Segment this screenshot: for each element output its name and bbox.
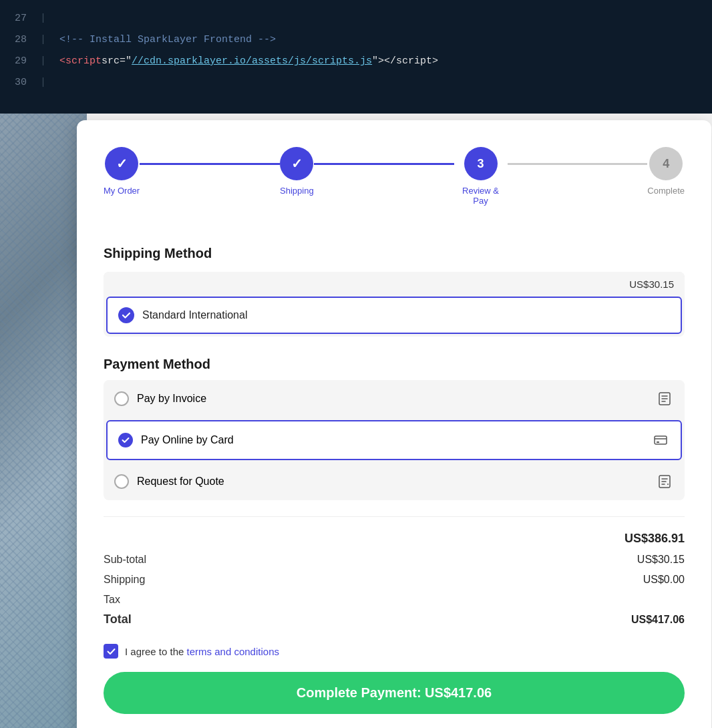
code-url: //cdn.sparklayer.io/assets/js/scripts.js bbox=[132, 53, 372, 69]
payment-label-quote: Request for Quote bbox=[137, 476, 224, 488]
card-icon bbox=[651, 431, 670, 449]
summary-value-subtotal: US$30.15 bbox=[637, 554, 685, 566]
code-line-30: 30 | bbox=[0, 72, 712, 94]
checkout-stepper: ✓ My Order ✓ Shipping 3 Review & Pay 4 C… bbox=[104, 140, 685, 219]
check-icon bbox=[122, 311, 131, 320]
terms-link[interactable]: terms and conditions bbox=[187, 646, 279, 657]
summary-row-total-amount: US$386.91 bbox=[104, 528, 685, 550]
step-review-pay: 3 Review & Pay bbox=[454, 147, 508, 206]
summary-label-subtotal: Sub-total bbox=[104, 554, 146, 566]
shipping-method-container: US$30.15 Standard International bbox=[104, 272, 685, 337]
radio-invoice bbox=[114, 391, 129, 406]
step-circle-complete: 4 bbox=[649, 147, 683, 180]
payment-option-quote[interactable]: Request for Quote bbox=[104, 463, 685, 500]
step-my-order: ✓ My Order bbox=[104, 147, 140, 196]
main-panel: ✓ My Order ✓ Shipping 3 Review & Pay 4 C… bbox=[77, 120, 711, 728]
line-divider: | bbox=[40, 32, 46, 48]
payment-options-container: Pay by Invoice Pay On bbox=[104, 380, 685, 500]
summary-value-total: US$417.06 bbox=[631, 614, 685, 626]
quote-icon bbox=[655, 472, 674, 491]
radio-card bbox=[118, 433, 133, 447]
shipping-method-section: Shipping Method US$30.15 Standard Intern… bbox=[104, 246, 685, 337]
line-number: 30 bbox=[0, 75, 40, 91]
code-line-28: 28 | <!-- Install SparkLayer Frontend --… bbox=[0, 29, 712, 51]
terms-checkbox[interactable] bbox=[104, 644, 118, 659]
step-shipping: ✓ Shipping bbox=[280, 147, 314, 196]
step-label-shipping: Shipping bbox=[280, 186, 314, 196]
radio-quote bbox=[114, 474, 129, 489]
summary-first-value: US$386.91 bbox=[625, 532, 685, 546]
step-label-my-order: My Order bbox=[104, 186, 140, 196]
payment-method-title: Payment Method bbox=[104, 357, 210, 372]
svg-rect-2 bbox=[657, 441, 659, 443]
payment-method-header: Payment Method bbox=[104, 357, 685, 372]
check-small-icon bbox=[122, 436, 130, 444]
step-label-review-pay: Review & Pay bbox=[454, 186, 508, 206]
summary-row-tax: Tax bbox=[104, 590, 685, 610]
step-circle-my-order: ✓ bbox=[105, 147, 138, 180]
payment-option-invoice[interactable]: Pay by Invoice bbox=[104, 380, 685, 417]
step-connector-3 bbox=[508, 163, 648, 165]
code-tag: <script bbox=[59, 53, 102, 69]
step-complete: 4 Complete bbox=[647, 147, 685, 196]
code-editor: 27 | 28 | <!-- Install SparkLayer Fronte… bbox=[0, 0, 712, 114]
step-connector-1 bbox=[140, 163, 280, 165]
code-line-27: 27 | bbox=[0, 8, 712, 29]
code-line-29: 29 | <script src=" //cdn.sparklayer.io/a… bbox=[0, 51, 712, 72]
summary-row-shipping: Shipping US$0.00 bbox=[104, 570, 685, 590]
line-number: 27 bbox=[0, 11, 40, 27]
terms-check-icon bbox=[107, 647, 116, 656]
line-divider: | bbox=[40, 75, 46, 91]
shipping-option-label: Standard International bbox=[142, 309, 247, 321]
payment-option-card[interactable]: Pay Online by Card bbox=[106, 420, 682, 460]
complete-payment-button[interactable]: Complete Payment: US$417.06 bbox=[104, 672, 685, 714]
summary-row-subtotal: Sub-total US$30.15 bbox=[104, 550, 685, 570]
svg-point-4 bbox=[667, 484, 669, 485]
line-divider: | bbox=[40, 11, 46, 27]
summary-row-total: Total US$417.06 bbox=[104, 610, 685, 630]
step-circle-review-pay: 3 bbox=[464, 147, 498, 180]
payment-label-card: Pay Online by Card bbox=[141, 434, 234, 446]
code-comment: <!-- Install SparkLayer Frontend --> bbox=[59, 32, 276, 48]
code-attr: "></script> bbox=[372, 53, 438, 69]
payment-label-invoice: Pay by Invoice bbox=[137, 393, 206, 405]
svg-rect-1 bbox=[655, 436, 667, 444]
payment-method-section: Payment Method Pay by Invoice bbox=[104, 357, 685, 500]
step-circle-shipping: ✓ bbox=[280, 147, 313, 180]
background-denim bbox=[0, 114, 87, 728]
terms-text: I agree to the terms and conditions bbox=[125, 646, 279, 657]
shipping-option-standard[interactable]: Standard International bbox=[106, 297, 682, 334]
step-connector-2 bbox=[314, 163, 454, 165]
shipping-radio-check bbox=[118, 307, 134, 323]
step-label-complete: Complete bbox=[647, 186, 685, 196]
terms-row: I agree to the terms and conditions bbox=[104, 644, 685, 659]
line-number: 29 bbox=[0, 53, 40, 69]
summary-label-total: Total bbox=[104, 612, 132, 626]
line-divider: | bbox=[40, 53, 46, 69]
shipping-method-title: Shipping Method bbox=[104, 246, 685, 261]
shipping-price: US$30.15 bbox=[104, 272, 685, 297]
summary-label-tax: Tax bbox=[104, 594, 120, 606]
invoice-icon bbox=[655, 389, 674, 408]
code-attr: src=" bbox=[102, 53, 132, 69]
summary-label-shipping: Shipping bbox=[104, 574, 145, 586]
order-summary: US$386.91 Sub-total US$30.15 Shipping US… bbox=[104, 516, 685, 630]
line-number: 28 bbox=[0, 32, 40, 48]
summary-value-shipping: US$0.00 bbox=[643, 574, 685, 586]
